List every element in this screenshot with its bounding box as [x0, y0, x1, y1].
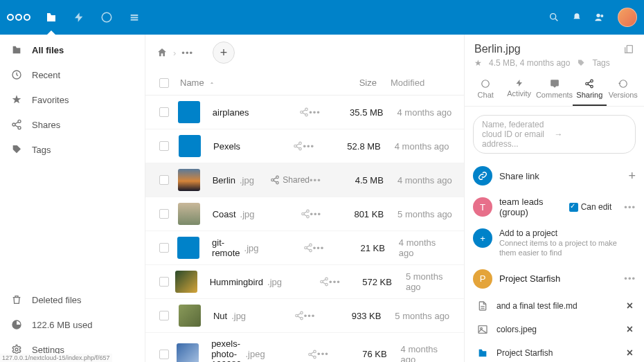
- sidebar-item-all-files[interactable]: All files: [0, 37, 145, 62]
- file-row[interactable]: Hummingbird.jpg•••572 KB5 months ago: [145, 265, 464, 299]
- row-more-icon[interactable]: •••: [317, 349, 329, 359]
- sidebar-item-tags[interactable]: Tags: [0, 137, 145, 162]
- share-entry: T team leads (group) Can edit •••: [473, 191, 636, 223]
- share-icon[interactable]: [294, 311, 304, 320]
- row-more-icon[interactable]: •••: [303, 141, 314, 152]
- row-more-icon[interactable]: •••: [309, 107, 321, 118]
- tab-sharing[interactable]: Sharing: [573, 73, 606, 106]
- app-logo[interactable]: [7, 14, 30, 21]
- sidebar-item-shares[interactable]: Shares: [0, 112, 145, 137]
- nav-other-icon[interactable]: [120, 0, 148, 35]
- project-header[interactable]: P Project Starfish •••: [465, 264, 644, 294]
- star-icon[interactable]: ★: [474, 58, 482, 68]
- row-checkbox[interactable]: [159, 277, 169, 287]
- row-more-icon[interactable]: •••: [310, 209, 322, 219]
- row-more-icon[interactable]: •••: [310, 175, 321, 185]
- user-avatar[interactable]: [618, 8, 637, 27]
- file-thumbnail: [178, 203, 200, 225]
- row-checkbox[interactable]: [159, 175, 169, 185]
- file-ext: .jpg: [267, 277, 282, 287]
- nav-activity-icon[interactable]: [65, 0, 93, 35]
- add-link-icon[interactable]: +: [628, 169, 636, 183]
- share-icon[interactable]: [299, 107, 309, 117]
- share-cell[interactable]: Shared: [254, 175, 310, 185]
- file-name: git-remote: [212, 237, 240, 258]
- column-modified[interactable]: Modified: [377, 78, 453, 88]
- nav-files-icon[interactable]: [37, 0, 65, 35]
- row-checkbox[interactable]: [159, 311, 169, 320]
- svg-point-21: [306, 210, 309, 212]
- tab-versions[interactable]: Versions: [607, 73, 640, 106]
- file-modified: 5 months ago: [392, 271, 453, 292]
- file-row[interactable]: git-remote.jpg•••21 KB4 months ago: [145, 231, 464, 265]
- file-row[interactable]: pexels-photo-166680.jpeg•••76 KB4 months…: [145, 333, 464, 362]
- row-checkbox[interactable]: [159, 107, 169, 117]
- share-more-icon[interactable]: •••: [624, 202, 636, 212]
- notifications-icon[interactable]: [572, 12, 582, 22]
- sidebar-item-favorites[interactable]: Favorites: [0, 87, 145, 112]
- share-icon[interactable]: [301, 209, 310, 219]
- file-row[interactable]: Nut.jpg•••933 KB5 months ago: [145, 299, 464, 333]
- svg-rect-2: [131, 17, 138, 18]
- breadcrumb: › ••• +: [145, 35, 464, 71]
- share-cell[interactable]: [258, 243, 312, 253]
- file-name: Hummingbird: [210, 277, 263, 287]
- project-item[interactable]: and a final test file.md×: [473, 294, 636, 318]
- row-checkbox[interactable]: [159, 141, 169, 151]
- share-icon[interactable]: [307, 350, 317, 359]
- tab-chat[interactable]: Chat: [469, 73, 502, 106]
- breadcrumb-more-icon[interactable]: •••: [181, 48, 193, 58]
- add-project-sub: Connect items to a project to make them …: [499, 238, 636, 258]
- row-more-icon[interactable]: •••: [329, 277, 341, 287]
- share-cell[interactable]: [253, 107, 310, 117]
- sidebar-deleted-files[interactable]: Deleted files: [0, 287, 145, 312]
- add-project-label: Add to a project: [499, 228, 636, 238]
- file-row[interactable]: Coast.jpg•••801 KB5 months ago: [145, 197, 464, 231]
- nav-gallery-icon[interactable]: [93, 0, 120, 35]
- file-row[interactable]: Pexels•••52.8 MB4 months ago: [145, 129, 464, 163]
- remove-icon[interactable]: ×: [627, 347, 633, 359]
- remove-icon[interactable]: ×: [627, 300, 633, 312]
- column-size[interactable]: Size: [314, 78, 377, 88]
- project-more-icon[interactable]: •••: [624, 273, 636, 284]
- row-checkbox[interactable]: [159, 350, 169, 359]
- quota-text: 122.6 MB used: [32, 320, 92, 330]
- clipboard-icon[interactable]: [623, 44, 634, 55]
- tab-activity[interactable]: Activity: [502, 73, 535, 106]
- share-cell[interactable]: [255, 209, 310, 219]
- share-cell[interactable]: [244, 141, 303, 151]
- search-icon[interactable]: [548, 12, 560, 23]
- project-item[interactable]: Project Starfish×: [473, 341, 636, 362]
- row-checkbox[interactable]: [159, 209, 169, 219]
- share-cell[interactable]: [265, 350, 317, 359]
- share-cell[interactable]: [282, 277, 329, 287]
- row-more-icon[interactable]: •••: [304, 311, 316, 321]
- share-icon[interactable]: [303, 243, 313, 253]
- contacts-icon[interactable]: [594, 12, 605, 23]
- row-checkbox[interactable]: [159, 243, 169, 253]
- sidebar-item-recent[interactable]: Recent: [0, 62, 145, 87]
- file-row[interactable]: Berlin.jpgShared•••4.5 MB4 months ago: [145, 163, 464, 197]
- project-item[interactable]: colors.jpeg×: [473, 318, 636, 341]
- can-edit-checkbox[interactable]: Can edit: [569, 202, 612, 212]
- share-search-input[interactable]: Name, federated cloud ID or email addres…: [473, 115, 636, 154]
- remove-icon[interactable]: ×: [627, 323, 633, 336]
- project-item-name: Project Starfish: [497, 348, 620, 358]
- top-bar: [0, 0, 644, 35]
- tab-comments[interactable]: Comments: [536, 73, 573, 106]
- select-all-checkbox[interactable]: [159, 78, 169, 88]
- share-link-row[interactable]: Share link +: [473, 161, 636, 191]
- share-icon[interactable]: [293, 141, 303, 151]
- add-button[interactable]: +: [213, 42, 235, 64]
- share-icon[interactable]: [319, 277, 329, 287]
- svg-rect-3: [131, 19, 138, 21]
- breadcrumb-home-icon[interactable]: [156, 47, 168, 58]
- tag-icon[interactable]: [577, 59, 585, 67]
- add-to-project[interactable]: + Add to a project Connect items to a pr…: [473, 223, 636, 264]
- sidebar-label: All files: [32, 45, 64, 55]
- file-row[interactable]: airplanes•••35.5 MB4 months ago: [145, 96, 464, 129]
- column-name[interactable]: Name: [180, 78, 231, 88]
- arrow-right-icon[interactable]: →: [555, 129, 627, 139]
- row-more-icon[interactable]: •••: [313, 243, 325, 253]
- share-cell[interactable]: [246, 311, 304, 320]
